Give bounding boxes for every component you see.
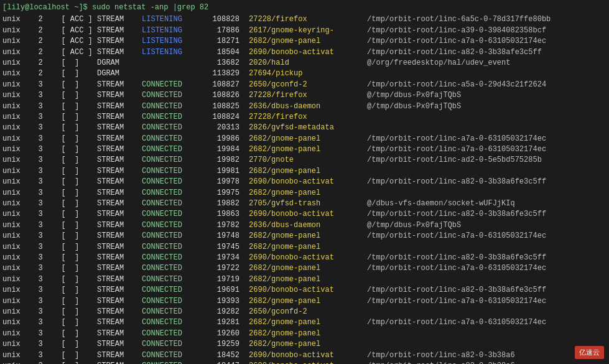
col-flags: [ ] bbox=[61, 112, 97, 123]
table-row: unix 3 [ ] STREAM CONNECTED 19691 2690/b… bbox=[0, 285, 609, 296]
col-flags: [ ACC ] bbox=[61, 47, 97, 58]
table-row: unix 3 [ ] STREAM CONNECTED 20313 2826/g… bbox=[0, 123, 609, 133]
col-type: STREAM bbox=[97, 47, 142, 58]
col-recv: 3 bbox=[32, 90, 50, 101]
col-state: CONNECTED bbox=[142, 123, 204, 133]
col-proto: unix bbox=[2, 123, 32, 133]
col-recv: 3 bbox=[32, 307, 50, 317]
col-path: /tmp/orbit-root/linc-a82-0-3b38a6 bbox=[367, 361, 515, 364]
col-pid: 2636/dbus-daemon bbox=[249, 101, 367, 112]
col-type: STREAM bbox=[97, 112, 142, 123]
prompt-user: [lily@localhost ~]$ sudo netstat -anp |g… bbox=[2, 2, 208, 13]
col-recv: 3 bbox=[32, 112, 50, 123]
col-send bbox=[50, 198, 61, 209]
col-proto: unix bbox=[2, 317, 32, 328]
col-flags: [ ] bbox=[61, 123, 97, 133]
col-send bbox=[50, 339, 61, 350]
col-state: CONNECTED bbox=[142, 220, 204, 231]
col-recv: 2 bbox=[32, 47, 50, 58]
col-recv: 3 bbox=[32, 329, 50, 339]
col-flags: [ ] bbox=[61, 177, 97, 187]
col-state: CONNECTED bbox=[142, 90, 204, 101]
table-row: unix 3 [ ] STREAM CONNECTED 19986 2682/g… bbox=[0, 134, 609, 144]
col-type: STREAM bbox=[97, 90, 142, 101]
col-pid: 2682/gnome-panel bbox=[249, 317, 367, 328]
col-flags: [ ] bbox=[61, 198, 97, 209]
col-flags: [ ] bbox=[61, 58, 97, 68]
col-type: STREAM bbox=[97, 253, 142, 263]
col-proto: unix bbox=[2, 166, 32, 177]
col-flags: [ ] bbox=[61, 253, 97, 263]
table-row: unix 3 [ ] STREAM CONNECTED 19719 2682/g… bbox=[0, 274, 609, 285]
col-state: CONNECTED bbox=[142, 253, 204, 263]
col-state: CONNECTED bbox=[142, 134, 204, 144]
table-row: unix 2 [ ACC ] STREAM LISTENING 18271 26… bbox=[0, 36, 609, 47]
col-proto: unix bbox=[2, 220, 32, 231]
col-inode: 19978 bbox=[204, 177, 249, 187]
col-pid: 2682/gnome-panel bbox=[249, 36, 367, 47]
col-type: STREAM bbox=[97, 123, 142, 133]
col-flags: [ ] bbox=[61, 68, 97, 79]
col-inode: 19691 bbox=[204, 285, 249, 296]
col-inode: 19863 bbox=[204, 209, 249, 220]
col-recv: 3 bbox=[32, 263, 50, 274]
col-recv: 3 bbox=[32, 220, 50, 231]
col-proto: unix bbox=[2, 26, 32, 36]
col-state: CONNECTED bbox=[142, 198, 204, 209]
prompt-line: [lily@localhost ~]$ sudo netstat -anp |g… bbox=[0, 2, 609, 13]
table-row: unix 3 [ ] STREAM CONNECTED 19748 2682/g… bbox=[0, 231, 609, 241]
col-proto: unix bbox=[2, 47, 32, 58]
col-inode: 13682 bbox=[204, 58, 249, 68]
col-pid: 2690/bonobo-activat bbox=[249, 285, 367, 296]
table-row: unix 3 [ ] STREAM CONNECTED 18452 2690/b… bbox=[0, 350, 609, 361]
col-pid: 2617/gnome-keyring- bbox=[249, 26, 367, 36]
col-pid: 2705/gvfsd-trash bbox=[249, 198, 367, 209]
col-send bbox=[50, 307, 61, 317]
col-path: /tmp/orbit-root/linc-a82-0-3b38a6 bbox=[367, 350, 515, 361]
col-flags: [ ] bbox=[61, 285, 97, 296]
col-inode: 19282 bbox=[204, 307, 249, 317]
col-pid: 2020/hald bbox=[249, 58, 367, 68]
table-row: unix 3 [ ] STREAM CONNECTED 19981 2682/g… bbox=[0, 166, 609, 177]
col-type: STREAM bbox=[97, 220, 142, 231]
col-inode: 19882 bbox=[204, 198, 249, 209]
col-inode: 19734 bbox=[204, 253, 249, 263]
col-inode: 108826 bbox=[204, 90, 249, 101]
col-pid: 2690/bonobo-activat bbox=[249, 350, 367, 361]
col-type: STREAM bbox=[97, 307, 142, 317]
col-flags: [ ACC ] bbox=[61, 26, 97, 36]
col-state: LISTENING bbox=[142, 26, 204, 36]
col-type: DGRAM bbox=[97, 58, 142, 68]
col-inode: 18504 bbox=[204, 47, 249, 58]
col-recv: 3 bbox=[32, 166, 50, 177]
col-path: /tmp/orbit-root/linc-a7a-0-63105032174ec bbox=[367, 144, 546, 155]
col-path: /tmp/orbit-root/linc-a82-0-3b38afe3c5ff bbox=[367, 47, 542, 58]
col-state: CONNECTED bbox=[142, 274, 204, 285]
col-recv: 3 bbox=[32, 242, 50, 253]
col-flags: [ ] bbox=[61, 134, 97, 144]
col-state: LISTENING bbox=[142, 36, 204, 47]
col-send bbox=[50, 329, 61, 339]
col-proto: unix bbox=[2, 36, 32, 47]
table-row: unix 2 [ ACC ] STREAM LISTENING 18504 26… bbox=[0, 47, 609, 58]
col-flags: [ ] bbox=[61, 101, 97, 112]
col-state: CONNECTED bbox=[142, 329, 204, 339]
table-row: unix 3 [ ] STREAM CONNECTED 108827 2650/… bbox=[0, 80, 609, 90]
col-path: /tmp/orbit-root/linc-a82-0-3b38a6fe3c5ff bbox=[367, 177, 546, 187]
col-send bbox=[50, 123, 61, 133]
col-recv: 3 bbox=[32, 80, 50, 90]
col-send bbox=[50, 231, 61, 241]
col-path: /tmp/orbit-root/linc-a7a-0-63105032174ec bbox=[367, 134, 546, 144]
col-pid: 2682/gnome-panel bbox=[249, 242, 367, 253]
col-pid: 2682/gnome-panel bbox=[249, 339, 367, 350]
col-flags: [ ] bbox=[61, 350, 97, 361]
col-proto: unix bbox=[2, 112, 32, 123]
col-inode: 20313 bbox=[204, 123, 249, 133]
col-type: STREAM bbox=[97, 198, 142, 209]
col-proto: unix bbox=[2, 285, 32, 296]
col-pid: 2690/bonobo-activat bbox=[249, 253, 367, 263]
col-state: CONNECTED bbox=[142, 285, 204, 296]
col-type: STREAM bbox=[97, 329, 142, 339]
table-row: unix 3 [ ] STREAM CONNECTED 19978 2690/b… bbox=[0, 177, 609, 187]
col-flags: [ ] bbox=[61, 80, 97, 90]
